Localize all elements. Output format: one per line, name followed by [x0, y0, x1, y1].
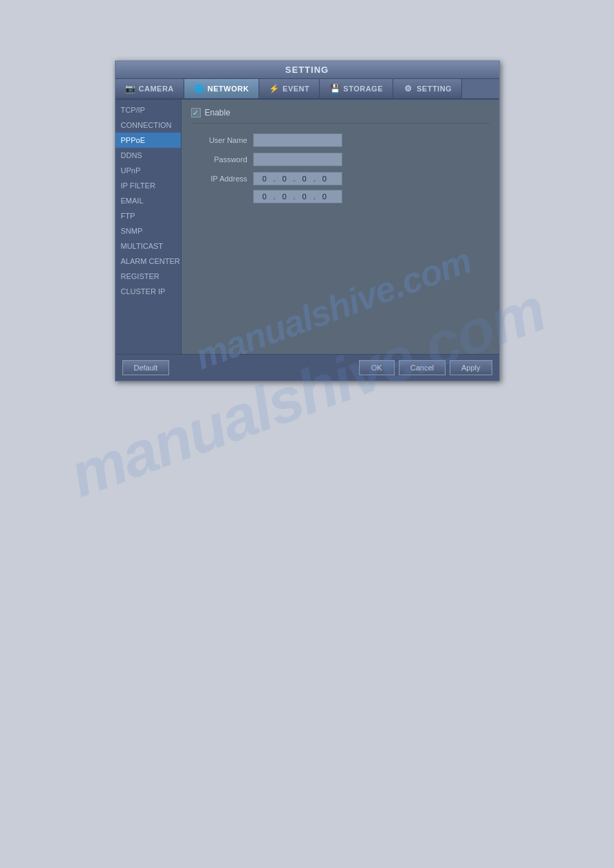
event-icon: ⚡	[269, 83, 280, 94]
password-input[interactable]	[253, 153, 342, 166]
apply-button[interactable]: Apply	[450, 360, 492, 375]
ip2-seg1: 0	[258, 192, 272, 201]
sidebar-item-email[interactable]: EMAIL	[116, 193, 181, 208]
ip-address-row1: IP Address 0 . 0 . 0 . 0	[191, 172, 490, 186]
sidebar-item-ftp[interactable]: FTP	[116, 208, 181, 223]
top-tab-bar: 📷 CAMERA 🌐 NETWORK ⚡ EVENT 💾 STORAGE ⚙ S…	[116, 79, 499, 100]
enable-checkbox[interactable]	[191, 108, 201, 118]
tab-setting[interactable]: ⚙ SETTING	[393, 79, 462, 98]
ip2-seg4: 0	[318, 192, 331, 201]
sidebar-item-pppoe[interactable]: PPPoE	[116, 133, 181, 148]
tab-network[interactable]: 🌐 NETWORK	[184, 79, 259, 98]
sidebar-item-connection[interactable]: CONNECTION	[116, 118, 181, 133]
tab-storage-label: STORAGE	[343, 85, 383, 93]
username-input[interactable]	[253, 133, 342, 147]
tab-storage[interactable]: 💾 STORAGE	[320, 79, 393, 98]
password-row: Password	[191, 153, 490, 166]
tab-network-label: NETWORK	[208, 85, 249, 93]
ip2-seg3: 0	[298, 192, 311, 201]
ip1-seg2: 0	[278, 175, 292, 183]
username-label: User Name	[191, 136, 253, 144]
ip1-seg3: 0	[298, 175, 311, 183]
network-icon: 🌐	[194, 83, 205, 94]
setting-icon: ⚙	[403, 83, 414, 94]
main-panel: Enable User Name Password IP Address 0	[182, 100, 499, 354]
ip-input-row2[interactable]: 0 . 0 . 0 . 0	[253, 190, 342, 203]
camera-icon: 📷	[125, 83, 136, 94]
cancel-button[interactable]: Cancel	[399, 360, 446, 375]
title-text: SETTING	[285, 65, 329, 75]
sidebar-item-register[interactable]: REGISTER	[116, 269, 181, 284]
ip-address-label: IP Address	[191, 175, 253, 183]
tab-setting-label: SETTING	[417, 85, 452, 93]
bottom-right-buttons: OK Cancel Apply	[359, 360, 492, 375]
sidebar-item-ipfilter[interactable]: IP FILTER	[116, 178, 181, 193]
ip-input-row1[interactable]: 0 . 0 . 0 . 0	[253, 172, 342, 186]
ip1-seg1: 0	[258, 175, 272, 183]
ip-address-row2: 0 . 0 . 0 . 0	[191, 190, 490, 203]
sidebar-item-snmp[interactable]: SNMP	[116, 223, 181, 238]
tab-event[interactable]: ⚡ EVENT	[259, 79, 320, 98]
default-button[interactable]: Default	[122, 360, 170, 375]
storage-icon: 💾	[329, 83, 340, 94]
sidebar-item-multicast[interactable]: MULTICAST	[116, 238, 181, 254]
settings-dialog: SETTING 📷 CAMERA 🌐 NETWORK ⚡ EVENT 💾 STO…	[115, 60, 500, 381]
sidebar-item-ddns[interactable]: DDNS	[116, 148, 181, 163]
dialog-title: SETTING	[116, 61, 499, 79]
password-label: Password	[191, 155, 253, 164]
tab-camera[interactable]: 📷 CAMERA	[116, 79, 184, 98]
content-area: TCP/IP CONNECTION PPPoE DDNS UPnP IP FIL…	[116, 100, 499, 354]
sidebar-item-upnp[interactable]: UPnP	[116, 163, 181, 178]
enable-row: Enable	[191, 108, 490, 124]
bottom-bar: Default OK Cancel Apply	[116, 354, 499, 381]
tab-event-label: EVENT	[283, 85, 309, 93]
ip1-seg4: 0	[318, 175, 331, 183]
enable-label: Enable	[205, 108, 230, 118]
sidebar-item-tcpip[interactable]: TCP/IP	[116, 102, 181, 118]
tab-camera-label: CAMERA	[139, 85, 174, 93]
sidebar-item-alarmcenter[interactable]: ALARM CENTER	[116, 254, 181, 269]
sidebar: TCP/IP CONNECTION PPPoE DDNS UPnP IP FIL…	[116, 100, 182, 354]
ok-button[interactable]: OK	[359, 360, 395, 375]
ip2-seg2: 0	[278, 192, 292, 201]
username-row: User Name	[191, 133, 490, 147]
sidebar-item-clusterip[interactable]: CLUSTER IP	[116, 284, 181, 299]
